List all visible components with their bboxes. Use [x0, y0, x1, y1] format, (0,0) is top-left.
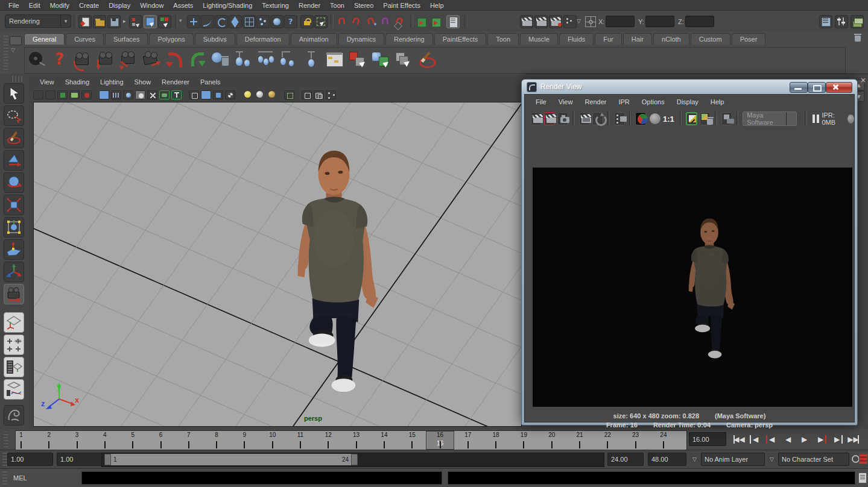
move-tool[interactable]: [4, 150, 24, 171]
playback-start-input[interactable]: 1.00: [57, 453, 103, 466]
gate-mask-icon[interactable]: [123, 90, 133, 99]
play-backwards-button[interactable]: ◀: [780, 432, 796, 447]
use-all-lights-icon[interactable]: [225, 90, 235, 99]
coordinate-mode-icon[interactable]: [585, 16, 596, 27]
open-render-settings-icon[interactable]: [721, 112, 732, 125]
shelf-menu-arrow-icon[interactable]: ▽: [11, 47, 15, 53]
shelf-tab[interactable]: Curves: [66, 33, 104, 45]
step-forward-frame-button[interactable]: ▶: [829, 432, 845, 447]
go-to-end-button[interactable]: ▶▶: [845, 432, 861, 447]
character-set-dropdown-icon[interactable]: ▽: [770, 456, 774, 462]
frame-ruler[interactable]: 16 1234567891011121314151617181920212223…: [15, 430, 687, 450]
snap-magnet-point-icon[interactable]: [364, 15, 378, 28]
character-set-dropdown[interactable]: No Character Set: [778, 453, 849, 466]
layout-four-pane-button[interactable]: [4, 335, 24, 355]
step-back-frame-button[interactable]: ◀: [747, 432, 764, 447]
camera-pan-icon[interactable]: [96, 50, 115, 69]
toggle-attribute-editor-icon[interactable]: [819, 15, 832, 28]
ipr-render-button-icon[interactable]: [579, 112, 590, 125]
snap-magnet-curve-icon[interactable]: [350, 15, 363, 28]
shelf-grip[interactable]: [4, 34, 8, 70]
menu-item[interactable]: File: [4, 1, 24, 10]
range-slider-track[interactable]: 1 24: [101, 453, 604, 467]
shelf-tab[interactable]: Subdivs: [195, 33, 235, 45]
input-connections-icon[interactable]: [415, 15, 428, 28]
alpha-channel-icon[interactable]: [648, 112, 659, 125]
coords-collapse-icon[interactable]: ▽: [577, 18, 581, 24]
menu-item[interactable]: Window: [135, 1, 168, 10]
camera-select-icon[interactable]: [33, 90, 43, 99]
render-settings-icon[interactable]: [549, 15, 562, 28]
step-forward-key-button[interactable]: ▶: [813, 432, 829, 447]
film-reel-icon[interactable]: [27, 50, 46, 69]
last-tool-used[interactable]: [4, 284, 24, 304]
shelf-tab[interactable]: Fur: [595, 33, 622, 45]
open-scene-icon[interactable]: [93, 15, 106, 28]
cluster-icon[interactable]: [233, 50, 253, 69]
menu-item[interactable]: Modify: [45, 1, 74, 10]
keep-image-icon[interactable]: [686, 112, 697, 125]
panel-menu-item[interactable]: Shading: [60, 77, 95, 87]
shelf-menu-button[interactable]: [10, 36, 22, 45]
anim-layer-dropdown[interactable]: No Anim Layer: [701, 453, 765, 466]
menu-set-dropdown[interactable]: Rendering ▾: [5, 14, 71, 28]
render-view-menu-item[interactable]: IPR: [612, 96, 635, 107]
show-manipulator-tool[interactable]: [4, 262, 24, 282]
snap-to-sphere-icon[interactable]: [270, 15, 284, 28]
panel-menu-item[interactable]: Renderer: [156, 77, 195, 87]
snap-grid-icon[interactable]: [187, 15, 200, 28]
cluster-handle-icon[interactable]: [279, 50, 299, 69]
new-scene-icon[interactable]: [78, 15, 92, 28]
command-input[interactable]: [81, 471, 442, 485]
script-editor-icon[interactable]: [858, 473, 867, 483]
current-time-input[interactable]: 16.00: [689, 432, 726, 446]
menu-item[interactable]: Render: [294, 1, 325, 10]
shelf-tab[interactable]: General: [24, 33, 65, 45]
snapshot-icon[interactable]: [557, 112, 568, 125]
scale-tool[interactable]: [4, 195, 24, 215]
select-object-icon[interactable]: [144, 15, 157, 28]
menu-item[interactable]: Stereo: [349, 1, 378, 10]
panel-menu-item[interactable]: Show: [129, 77, 157, 87]
delete-object-icon[interactable]: [211, 50, 230, 69]
undo-arrow-icon[interactable]: [165, 50, 184, 69]
field-chart-icon[interactable]: [135, 90, 145, 99]
menu-item[interactable]: Assets: [168, 1, 198, 10]
command-grip[interactable]: [2, 471, 7, 485]
range-slider-bar[interactable]: 1 24: [104, 454, 358, 465]
close-button[interactable]: [826, 82, 852, 93]
redo-previous-render-icon[interactable]: [544, 112, 555, 125]
shelf-tab[interactable]: Toon: [487, 33, 519, 45]
select-tool[interactable]: [4, 83, 24, 104]
anim-layer-dropdown-icon[interactable]: ▽: [692, 456, 697, 462]
remove-image-icon[interactable]: [700, 112, 711, 125]
xray-joints-icon[interactable]: [314, 90, 324, 99]
toggle-tool-settings-icon[interactable]: [835, 15, 848, 28]
render-view-menu-item[interactable]: File: [530, 96, 553, 107]
playback-end-input[interactable]: 24.00: [607, 453, 644, 466]
image-plane-icon[interactable]: [69, 90, 80, 99]
rgb-channels-icon[interactable]: [635, 112, 646, 125]
auto-keyframe-icon[interactable]: [859, 453, 867, 464]
stop-ipr-icon[interactable]: [847, 115, 854, 124]
range-grip[interactable]: [2, 453, 7, 466]
shelf-trash-icon[interactable]: [854, 34, 861, 42]
snap-magnet-grid-icon[interactable]: [335, 15, 349, 28]
menu-item[interactable]: Texturing: [257, 1, 294, 10]
save-scene-icon[interactable]: [107, 15, 121, 28]
divider[interactable]: [464, 14, 467, 28]
minimize-button[interactable]: [790, 82, 808, 93]
character-model[interactable]: [272, 146, 396, 404]
panel-menu-item[interactable]: View: [34, 77, 60, 87]
render-view-window[interactable]: Render View FileViewRenderIPROptionsDisp…: [521, 79, 858, 426]
layout-single-pane-button[interactable]: [4, 312, 24, 333]
snap-view-plane-icon[interactable]: [242, 15, 256, 28]
shelf-tab[interactable]: PaintEffects: [434, 33, 487, 45]
maximize-button[interactable]: [808, 82, 826, 93]
render-view-menu-item[interactable]: Help: [705, 96, 730, 107]
camera-dolly-icon[interactable]: [119, 50, 138, 69]
menu-item[interactable]: Help: [425, 1, 449, 10]
render-view-menu-item[interactable]: Render: [578, 96, 612, 107]
viewport-canvas[interactable]: y x z persp: [33, 102, 522, 427]
menu-item[interactable]: Paint Effects: [378, 1, 425, 10]
